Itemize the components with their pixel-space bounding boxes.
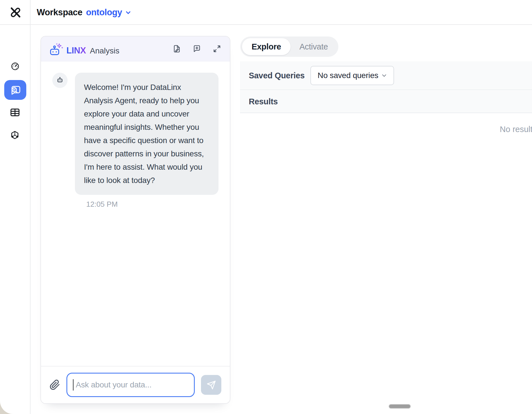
- send-button[interactable]: [201, 375, 221, 395]
- new-chat-icon[interactable]: [193, 44, 201, 53]
- search-chat-icon: [10, 84, 21, 96]
- tab-explore[interactable]: Explore: [242, 38, 291, 55]
- results-header-row: Results: [240, 91, 532, 113]
- results-label: Results: [249, 97, 278, 106]
- table-icon: [10, 108, 20, 117]
- sidebar-item-dashboard[interactable]: [11, 62, 20, 71]
- workspace-title: Workspace ontology: [37, 0, 132, 25]
- chat-header-actions: [172, 44, 221, 53]
- agent-message-row: Welcome! I'm your DataLinx Analysis Agen…: [52, 73, 219, 195]
- sidebar-divider: [30, 0, 31, 414]
- horizontal-scrollbar-thumb[interactable]: [389, 404, 411, 409]
- sidebar-item-tables[interactable]: [10, 108, 20, 117]
- chat-input-bar: Ask about your data...: [41, 366, 230, 403]
- chat-panel-header: LINX Analysis: [41, 36, 230, 61]
- paperclip-icon[interactable]: [49, 380, 60, 390]
- text-cursor: [73, 379, 73, 391]
- sidebar-item-ontology[interactable]: [10, 130, 20, 140]
- results-empty-text: No results: [500, 125, 532, 134]
- chevron-down-icon: [124, 9, 132, 16]
- chat-text-input[interactable]: Ask about your data...: [66, 373, 195, 397]
- top-bar: Workspace ontology: [0, 0, 532, 25]
- saved-queries-dropdown[interactable]: No saved queries: [310, 66, 394, 85]
- datalinx-chain-logo-icon: [8, 6, 23, 19]
- input-placeholder: Ask about your data...: [76, 380, 152, 389]
- saved-queries-value: No saved queries: [318, 71, 379, 80]
- workspace-name[interactable]: ontology: [86, 7, 122, 18]
- linx-brand: LINX Analysis: [49, 42, 119, 56]
- linx-analysis-panel: LINX Analysis: [40, 36, 230, 404]
- chat-message-list: Welcome! I'm your DataLinx Analysis Agen…: [41, 61, 230, 366]
- panel-title: Analysis: [90, 46, 119, 55]
- brand-name: LINX: [66, 46, 86, 55]
- gauge-icon: [11, 62, 20, 71]
- workspace-selector[interactable]: ontology: [86, 7, 132, 18]
- agent-avatar: [52, 73, 68, 88]
- robot-icon: [56, 76, 64, 85]
- sidebar-item-analysis[interactable]: [4, 80, 26, 100]
- cube-3d-icon: [10, 130, 20, 140]
- message-timestamp: 12:05 PM: [86, 200, 219, 209]
- document-edit-icon[interactable]: [172, 44, 181, 53]
- robot-sparkle-icon: [49, 42, 64, 56]
- saved-queries-label: Saved Queries: [249, 71, 305, 80]
- agent-message-bubble: Welcome! I'm your DataLinx Analysis Agen…: [75, 73, 219, 195]
- workspace-label: Workspace: [37, 7, 82, 18]
- tab-activate[interactable]: Activate: [291, 38, 337, 55]
- explore-activate-tabs: Explore Activate: [240, 36, 338, 57]
- saved-queries-row: Saved Queries No saved queries: [240, 61, 532, 90]
- chevron-down-icon: [380, 72, 388, 79]
- left-nav: [0, 25, 30, 414]
- send-icon: [207, 380, 216, 390]
- expand-icon[interactable]: [213, 44, 221, 53]
